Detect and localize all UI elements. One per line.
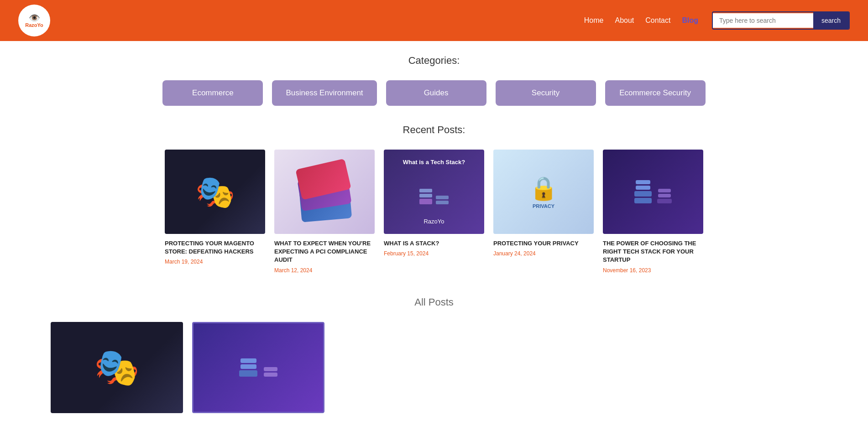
post-title-4: PROTECTING YOUR PRIVACY [493,239,594,248]
nav-blog[interactable]: Blog [682,16,698,25]
tech-stack-label: What is a Tech Stack? [388,159,480,166]
server-icons [419,189,449,204]
post-title-1: PROTECTING YOUR MAGENTO STORE: DEFEATING… [165,239,265,256]
logo-circle: 👁️ RazoYo [18,5,50,36]
post-title-2: WHAT TO EXPECT WHEN YOU'RE EXPECTING A P… [274,239,375,264]
hacker-icon: 🎭 [195,173,235,211]
categories-title: Categories: [51,55,817,67]
all-post-2[interactable] [192,322,324,418]
category-btn-ecommerce-security[interactable]: Ecommerce Security [605,80,706,106]
logo-eye-icon: 👁️ [25,13,43,22]
category-btn-business[interactable]: Business Environment [272,80,376,106]
post-date-3: February 15, 2024 [384,250,484,257]
nav-about[interactable]: About [615,16,634,25]
search-area: search [712,11,850,30]
post-title-3: WHAT IS A STACK? [384,239,484,248]
all-post-image-2 [192,322,324,413]
recent-posts-title: Recent Posts: [51,124,817,136]
privacy-icon: 🔒 PRIVACY [529,175,558,209]
nav-home[interactable]: Home [584,16,604,25]
post-date-4: January 24, 2024 [493,250,594,257]
post-image-3: What is a Tech Stack? RazoYo [384,150,484,234]
credit-cards-icon [298,166,352,218]
all-post-1[interactable]: 🎭 [51,322,183,418]
server-stack-all-icon [239,358,277,377]
post-date-5: November 16, 2023 [603,267,703,274]
post-image-5 [603,150,703,234]
nav-links: Home About Contact Blog [584,16,698,25]
category-btn-security[interactable]: Security [496,80,596,106]
logo-area[interactable]: 👁️ RazoYo [18,5,50,36]
all-posts-row: 🎭 [51,322,817,418]
recent-posts-row: 🎭 PROTECTING YOUR MAGENTO STORE: DEFEATI… [51,150,817,274]
main-content: Categories: Ecommerce Business Environme… [23,41,845,430]
all-post-image-1: 🎭 [51,322,183,413]
recent-post-3[interactable]: What is a Tech Stack? RazoYo WHAT IS A S… [384,150,484,274]
post-image-1: 🎭 [165,150,265,234]
header: 👁️ RazoYo Home About Contact Blog search [0,0,868,41]
nav-search-area: Home About Contact Blog search [584,11,850,30]
all-posts-title: All Posts [51,296,817,308]
hacker-icon-all: 🎭 [94,346,140,389]
recent-post-2[interactable]: WHAT TO EXPECT WHEN YOU'RE EXPECTING A P… [274,150,375,274]
recent-post-4[interactable]: 🔒 PRIVACY PROTECTING YOUR PRIVACY Januar… [493,150,594,274]
categories-row: Ecommerce Business Environment Guides Se… [51,80,817,106]
logo-text: RazoYo [25,22,43,28]
razoyo-watermark: RazoYo [384,218,484,225]
recent-post-5[interactable]: THE POWER OF CHOOSING THE RIGHT TECH STA… [603,150,703,274]
search-input[interactable] [713,13,813,28]
post-date-1: March 19, 2024 [165,259,265,265]
category-btn-guides[interactable]: Guides [386,80,486,106]
post-image-2 [274,150,375,234]
nav-contact[interactable]: Contact [645,16,670,25]
post-image-4: 🔒 PRIVACY [493,150,594,234]
recent-post-1[interactable]: 🎭 PROTECTING YOUR MAGENTO STORE: DEFEATI… [165,150,265,274]
category-btn-ecommerce[interactable]: Ecommerce [162,80,263,106]
post-title-5: THE POWER OF CHOOSING THE RIGHT TECH STA… [603,239,703,264]
search-button[interactable]: search [813,12,849,29]
post-date-2: March 12, 2024 [274,267,375,274]
server-stack-icon [634,180,672,203]
